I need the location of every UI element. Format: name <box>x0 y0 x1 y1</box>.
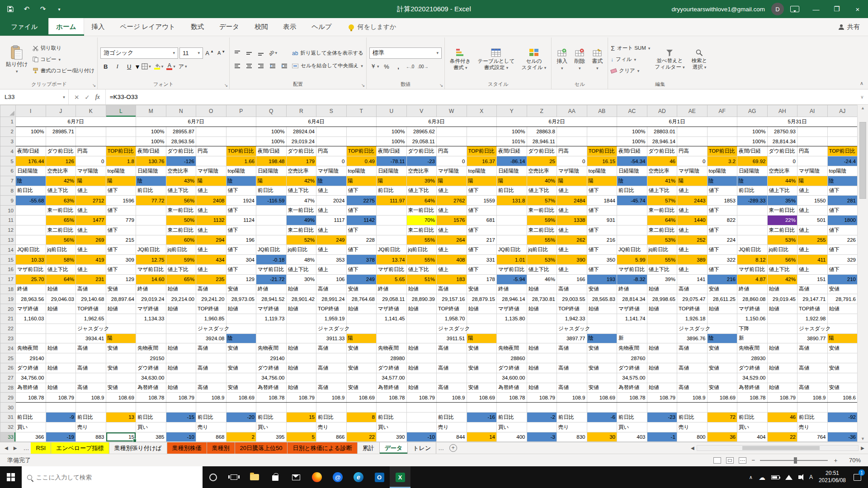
cell-AC12[interactable] <box>617 225 647 235</box>
cell-L14[interactable]: 値下 <box>106 245 136 255</box>
cell-AA7[interactable]: 陽 <box>557 176 587 186</box>
cell-M3[interactable]: 100% <box>136 136 166 146</box>
cell-S31[interactable]: 前日比 <box>316 412 347 422</box>
cell-S20[interactable]: TOP終値 <box>316 304 347 314</box>
cell-J33[interactable]: -19 <box>46 432 76 442</box>
cell-AJ15[interactable]: 329 <box>827 255 858 265</box>
cell-R8[interactable]: 値上下比 <box>286 186 316 196</box>
cell-L4[interactable]: TOP前日比 <box>106 146 136 156</box>
cell-AJ29[interactable]: 108.6 <box>827 393 858 403</box>
cell-I18[interactable]: 終値 <box>16 284 46 294</box>
cell-Z30[interactable] <box>527 403 557 413</box>
cell-S33[interactable]: 866 <box>316 432 347 442</box>
cell-AJ11[interactable]: 1800 <box>827 215 858 225</box>
cell-X31[interactable]: -16 <box>467 412 497 422</box>
expand-formula-bar-icon[interactable]: ∨ <box>856 89 868 104</box>
cell-M1[interactable]: 6月7日 <box>136 117 256 127</box>
cell-AG31[interactable]: 前日比 <box>737 412 768 422</box>
cell-Q28[interactable]: 為替終値 <box>256 383 287 393</box>
cell-J13[interactable]: 56% <box>46 235 76 245</box>
cell-AH30[interactable] <box>767 403 797 413</box>
zoom-slider-thumb[interactable] <box>794 457 797 464</box>
column-header-U[interactable]: U <box>377 105 407 117</box>
cell-J30[interactable] <box>46 403 76 413</box>
cell-AC6[interactable]: 日経陽陰 <box>617 166 647 176</box>
decrease-indent-icon[interactable] <box>268 61 278 71</box>
cell-AH6[interactable]: 空売比率 <box>767 166 797 176</box>
cell-AG12[interactable] <box>737 225 768 235</box>
increase-indent-icon[interactable] <box>279 61 290 71</box>
cell-V30[interactable] <box>406 403 437 413</box>
cell-AF25[interactable] <box>707 353 737 363</box>
cell-Q1[interactable]: 6月4日 <box>256 117 377 127</box>
cell-T12[interactable]: 値下 <box>346 225 377 235</box>
tab-ホーム[interactable]: ホーム <box>48 18 84 36</box>
cell-AI6[interactable]: マザ陽陰 <box>797 166 828 176</box>
cell-AB33[interactable]: 30 <box>587 432 617 442</box>
name-box[interactable]: L33 <box>0 89 60 104</box>
cell-T30[interactable] <box>346 403 377 413</box>
clipboard-dialog-launcher[interactable]: ↘ <box>92 83 96 88</box>
cell-W23[interactable]: 3911.51 <box>437 333 467 343</box>
cell-R26[interactable]: 始値 <box>286 363 316 373</box>
cell-S16[interactable]: 値上 <box>316 264 347 274</box>
sort-filter-button[interactable]: 並べ替えとフィルター ▾ <box>652 38 687 80</box>
cell-Y16[interactable]: マザ前日比 <box>497 264 527 274</box>
cell-AH25[interactable] <box>767 353 797 363</box>
cell-AC33[interactable]: 403 <box>617 432 647 442</box>
cell-AI31[interactable]: 前日比 <box>797 412 828 422</box>
cell-U27[interactable]: 34,577.00 <box>377 373 407 383</box>
cell-Z7[interactable]: 40% <box>527 176 557 186</box>
onedrive-cloud-icon[interactable]: ☁ <box>759 474 765 481</box>
cell-V17[interactable]: 51% <box>406 274 437 284</box>
cell-U25[interactable]: 28980 <box>377 353 407 363</box>
cell-AH9[interactable]: 35% <box>767 196 797 206</box>
cell-Q12[interactable] <box>256 225 287 235</box>
save-icon[interactable] <box>6 5 14 13</box>
cell-U1[interactable]: 6月3日 <box>377 117 497 127</box>
cell-T4[interactable]: TOP前日比 <box>346 146 377 156</box>
cell-V15[interactable]: 55% <box>406 255 437 265</box>
cell-X18[interactable]: 安値 <box>467 284 497 294</box>
cell-J28[interactable]: 始値 <box>46 383 76 393</box>
cell-L12[interactable]: 値下 <box>106 225 136 235</box>
cell-Q29[interactable]: 108.78 <box>256 393 287 403</box>
cell-I28[interactable]: 為替終値 <box>16 383 46 393</box>
cell-K28[interactable]: 高値 <box>76 383 106 393</box>
cell-AB5[interactable]: 16.15 <box>587 156 617 166</box>
cell-L16[interactable]: 値下 <box>106 264 136 274</box>
cell-AB32[interactable] <box>587 422 617 432</box>
cell-O9[interactable]: 2408 <box>196 196 226 206</box>
taskbar-search-input[interactable] <box>36 474 197 481</box>
cell-AF9[interactable]: 1853 <box>707 196 737 206</box>
cell-L15[interactable]: 309 <box>106 255 136 265</box>
cell-AE21[interactable]: 1,926.18 <box>677 314 708 324</box>
zoom-level[interactable]: 70% <box>844 457 861 464</box>
cell-AC14[interactable]: JQ前日比 <box>617 245 647 255</box>
cell-T18[interactable]: 安値 <box>346 284 377 294</box>
cell-V7[interactable]: 39% <box>406 176 437 186</box>
cell-AD23[interactable] <box>647 333 677 343</box>
cell-AC17[interactable]: -8.32 <box>617 274 647 284</box>
cell-K12[interactable]: 値上 <box>76 225 106 235</box>
cell-AB17[interactable]: 193 <box>587 274 617 284</box>
cell-O20[interactable]: TOP終値 <box>196 304 226 314</box>
cell-AE33[interactable]: 800 <box>677 432 708 442</box>
cell-AE31[interactable]: 前日比 <box>677 412 708 422</box>
scroll-down-icon[interactable]: ▼ <box>858 436 868 441</box>
cell-Z26[interactable]: 始値 <box>527 363 557 373</box>
cell-U12[interactable] <box>377 225 407 235</box>
cell-U13[interactable] <box>377 235 407 245</box>
cell-M12[interactable] <box>136 225 166 235</box>
cell-X2[interactable] <box>467 127 497 136</box>
cell-AB22[interactable] <box>587 324 617 333</box>
cell-Q6[interactable]: 日経陽陰 <box>256 166 287 176</box>
cell-AF21[interactable] <box>707 314 737 324</box>
cell-AF26[interactable]: 安値 <box>707 363 737 373</box>
cell-K9[interactable]: 2712 <box>76 196 106 206</box>
cell-X5[interactable]: 16.37 <box>467 156 497 166</box>
cell-Z2[interactable]: 28863.8 <box>527 127 557 136</box>
cell-U2[interactable]: 100% <box>377 127 407 136</box>
cell-AC26[interactable]: ダウ終値 <box>617 363 647 373</box>
row-header-20[interactable]: 20 <box>0 304 16 314</box>
